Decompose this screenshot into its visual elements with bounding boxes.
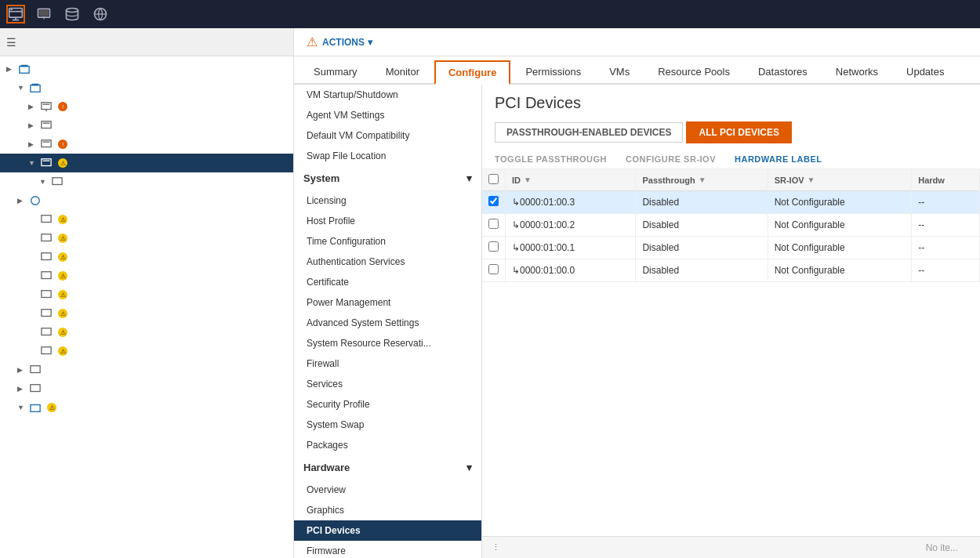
svg-rect-35 (31, 366, 40, 373)
table-row[interactable]: ↳0000:01:00.0 Disabled Not Configurable … (482, 259, 980, 282)
tree-item[interactable]: ⚠ (0, 229, 293, 248)
passthrough-filter-icon[interactable]: ▼ (699, 176, 706, 184)
tree-item[interactable]: ▼ ⚠ (0, 398, 293, 417)
actions-button[interactable]: ACTIONS ▾ (322, 37, 372, 48)
row-checkbox[interactable] (488, 196, 499, 206)
row-checkbox-cell[interactable] (482, 191, 506, 214)
alert-badge: ⚠ (58, 290, 67, 299)
tab-datastores[interactable]: Datastores (745, 60, 821, 83)
tree-item[interactable]: ▶ (0, 116, 293, 135)
config-item-power-mgmt[interactable]: Power Management (294, 292, 481, 313)
config-item-licensing[interactable]: Licensing (294, 190, 481, 211)
row-passthrough: Disabled (636, 259, 768, 282)
system-section-label: System (303, 172, 339, 184)
host-icon[interactable] (6, 5, 25, 24)
host-icon (28, 363, 42, 377)
config-item-security-profile[interactable]: Security Profile (294, 394, 481, 415)
storage-icon[interactable] (63, 5, 82, 24)
host-icon (39, 212, 53, 226)
tab-summary[interactable]: Summary (300, 60, 371, 83)
config-item-certificate[interactable]: Certificate (294, 272, 481, 292)
table-row[interactable]: ↳0000:01:00.3 Disabled Not Configurable … (482, 191, 980, 214)
tree-item[interactable]: ▼ (0, 172, 293, 191)
pci-tab-all[interactable]: ALL PCI DEVICES (686, 121, 791, 143)
tree-item[interactable]: ▶ ! (0, 97, 293, 116)
tree-item[interactable]: ⚠ (0, 266, 293, 285)
config-item-agent-vm[interactable]: Agent VM Settings (294, 105, 481, 125)
config-item-auth-services[interactable]: Authentication Services (294, 252, 481, 272)
datacenter-icon (28, 81, 42, 95)
select-all-header[interactable] (482, 169, 506, 191)
row-checkbox-cell[interactable] (482, 237, 506, 259)
tree-item[interactable]: ⚠ (0, 285, 293, 304)
table-controls-icon[interactable]: ⋮ (492, 542, 500, 553)
config-item-time-config[interactable]: Time Configuration (294, 231, 481, 252)
hardware-section-chevron-icon: ▾ (466, 462, 472, 473)
config-item-firmware[interactable]: Firmware (294, 541, 481, 558)
tree-item[interactable]: ▶ (0, 379, 293, 398)
config-item-default-compat[interactable]: Default VM Compatibility (294, 125, 481, 146)
config-item-host-profile[interactable]: Host Profile (294, 211, 481, 231)
tab-configure[interactable]: Configure (434, 60, 510, 85)
tab-networks[interactable]: Networks (822, 60, 891, 83)
tree-item[interactable]: ▶ (0, 361, 293, 379)
datacenter-icon (17, 62, 31, 76)
table-row[interactable]: ↳0000:01:00.2 Disabled Not Configurable … (482, 214, 980, 237)
hardware-label-btn[interactable]: HARDWARE LABEL (735, 154, 822, 164)
tree-item[interactable]: ▼ (0, 78, 293, 97)
tree-item-selected[interactable]: ▼ ⚠ (0, 154, 293, 172)
table-row[interactable]: ↳0000:01:00.1 Disabled Not Configurable … (482, 237, 980, 259)
tree-item[interactable]: ⚠ (0, 248, 293, 266)
vm-icon[interactable] (34, 5, 53, 24)
tab-vms[interactable]: VMs (596, 60, 643, 83)
select-all-checkbox[interactable] (488, 174, 499, 184)
config-item-firewall[interactable]: Firewall (294, 353, 481, 374)
row-hardware: -- (912, 214, 980, 237)
tab-updates[interactable]: Updates (893, 60, 957, 83)
tab-bar: Summary Monitor Configure Permissions VM… (294, 56, 980, 85)
config-item-services[interactable]: Services (294, 374, 481, 394)
pci-tab-passthrough[interactable]: PASSTHROUGH-ENABLED DEVICES (495, 122, 683, 143)
row-sriov: Not Configurable (768, 237, 912, 259)
sriov-filter-icon[interactable]: ▼ (808, 176, 815, 184)
system-section-header[interactable]: System ▾ (294, 166, 481, 190)
tab-resource-pools[interactable]: Resource Pools (644, 60, 743, 83)
row-checkbox[interactable] (488, 264, 499, 274)
config-item-swap-file[interactable]: Swap File Location (294, 146, 481, 166)
tab-monitor[interactable]: Monitor (372, 60, 433, 83)
row-checkbox[interactable] (488, 241, 499, 252)
hardware-section-header[interactable]: Hardware ▾ (294, 455, 481, 480)
row-checkbox-cell[interactable] (482, 214, 506, 237)
tree-item[interactable]: ▶ (0, 60, 293, 78)
config-item-pci-devices[interactable]: PCI Devices (294, 520, 481, 541)
id-filter-icon[interactable]: ▼ (524, 176, 532, 184)
tree-item[interactable]: ▶ (0, 191, 293, 210)
tree-item[interactable]: ⚠ (0, 323, 293, 342)
host-icon (39, 306, 53, 321)
config-item-system-swap[interactable]: System Swap (294, 415, 481, 435)
expand-icon: ▶ (28, 140, 39, 148)
tab-permissions[interactable]: Permissions (512, 60, 594, 83)
config-item-packages[interactable]: Packages (294, 435, 481, 455)
config-item-sys-resource[interactable]: System Resource Reservati... (294, 333, 481, 353)
alert-badge: ⚠ (58, 309, 67, 318)
host-icon (39, 156, 53, 170)
config-item-overview[interactable]: Overview (294, 480, 481, 500)
config-item-graphics[interactable]: Graphics (294, 500, 481, 520)
config-item-vm-startup[interactable]: VM Startup/Shutdown (294, 85, 481, 105)
row-id: ↳0000:01:00.2 (506, 214, 636, 237)
row-checkbox-cell[interactable] (482, 259, 506, 282)
pci-header: PCI Devices (482, 85, 980, 121)
expand-icon: ▶ (17, 385, 28, 393)
collapse-sidebar-btn[interactable]: ☰ (6, 36, 16, 49)
tree-item[interactable]: ⚠ (0, 210, 293, 229)
tree-item[interactable]: ⚠ (0, 304, 293, 323)
tree-item[interactable]: ▶ ! (0, 135, 293, 154)
row-checkbox[interactable] (488, 219, 499, 229)
network-icon[interactable] (91, 5, 110, 24)
tree-item[interactable]: ⚠ (0, 342, 293, 361)
hardware-section-label: Hardware (303, 462, 350, 473)
config-item-adv-system[interactable]: Advanced System Settings (294, 313, 481, 333)
svg-rect-25 (53, 178, 62, 185)
svg-rect-14 (31, 85, 40, 92)
